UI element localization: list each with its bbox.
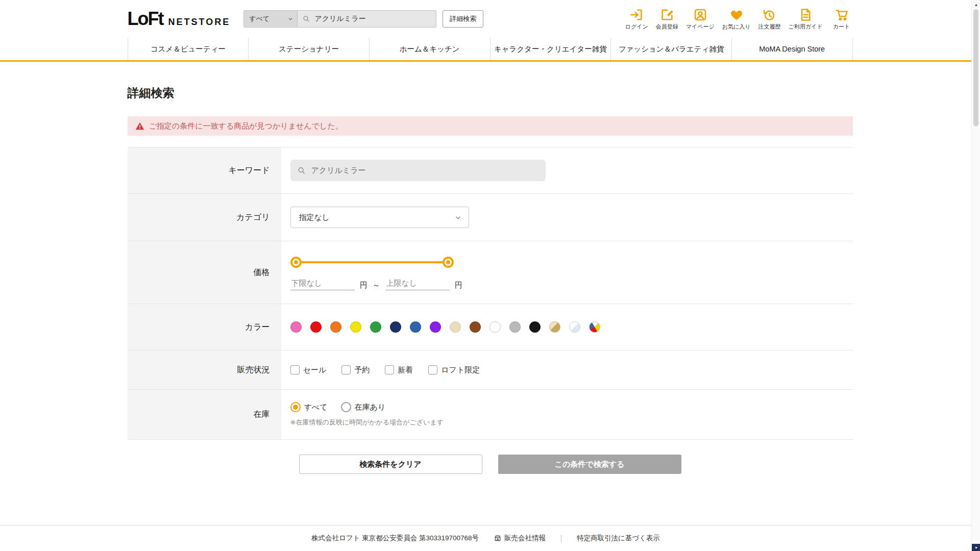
guide-button[interactable]: ご利用ガイド — [788, 8, 822, 31]
color-swatch-silver[interactable] — [569, 321, 580, 333]
nav-item-fashion[interactable]: ファッション＆バラエティ雑貨 — [611, 38, 732, 60]
search-category-select[interactable]: すべて — [243, 10, 298, 28]
keyword-input[interactable] — [310, 166, 538, 176]
price-label: 価格 — [128, 241, 281, 304]
category-select-value: 指定なし — [299, 213, 330, 222]
nav-item-stationery[interactable]: ステーショナリー — [249, 38, 370, 60]
footer: 株式会社ロフト 東京都公安委員会 第303319700768号 販売会社情報 特… — [0, 525, 971, 551]
scrollbar-down-arrow[interactable]: ▼ — [972, 544, 980, 551]
form-actions: 検索条件をクリア この条件で検索する — [128, 455, 853, 474]
scrollbar-up-arrow[interactable]: ▲ — [972, 1, 980, 9]
category-label: カテゴリ — [128, 194, 281, 241]
keyword-label: キーワード — [128, 147, 281, 193]
price-max-handle[interactable] — [443, 257, 454, 268]
color-swatch-black[interactable] — [529, 321, 541, 333]
loft-logo[interactable]: LoFt NETSTORE — [128, 8, 231, 30]
commerce-law-link[interactable]: 特定商取引法に基づく表示 — [577, 534, 660, 543]
order-history-button[interactable]: 注文履歴 — [758, 8, 780, 31]
alert-text: ご指定の条件に一致する商品が見つかりませんでした。 — [149, 121, 343, 131]
color-swatch-navy[interactable] — [390, 321, 401, 333]
nav-item-home-kitchen[interactable]: ホーム＆キッチン — [370, 38, 491, 60]
price-max-input[interactable] — [385, 277, 450, 290]
nav-item-moma[interactable]: MoMA Design Store — [732, 38, 853, 60]
keyword-row: キーワード — [128, 147, 853, 194]
no-results-alert: ご指定の条件に一致する商品が見つかりませんでした。 — [128, 116, 853, 136]
search-with-conditions-button[interactable]: この条件で検索する — [498, 455, 681, 474]
sales-status-label: 販売状況 — [128, 350, 281, 389]
logo-text: LoFt — [128, 8, 163, 30]
page: LoFt NETSTORE すべて 詳細検索 ログイン — [0, 0, 980, 551]
category-select[interactable]: 指定なし — [290, 207, 469, 228]
checkbox-icon — [428, 365, 437, 374]
warning-icon — [135, 121, 144, 131]
store-icon — [494, 535, 501, 542]
seller-info-link[interactable]: 販売会社情報 — [494, 534, 546, 543]
stock-options: すべて 在庫あり — [290, 402, 853, 412]
radio-all-label: すべて — [304, 403, 328, 412]
header-menu: ログイン 会員登録 マイページ お気に入り 注文履歴 — [625, 8, 853, 31]
checkbox-loft-limited[interactable]: ロフト限定 — [428, 365, 480, 375]
color-swatch-pink[interactable] — [290, 321, 302, 333]
stock-note: ※在庫情報の反映に時間がかかる場合がございます — [290, 418, 853, 427]
clear-conditions-button[interactable]: 検索条件をクリア — [299, 455, 482, 474]
color-swatches — [290, 321, 853, 333]
order-history-label: 注文履歴 — [758, 23, 780, 31]
register-icon — [660, 8, 674, 22]
guide-label: ご利用ガイド — [788, 23, 822, 31]
color-swatch-gray[interactable] — [509, 321, 521, 333]
color-label: カラー — [128, 304, 281, 350]
search-icon — [303, 15, 310, 23]
radio-all[interactable]: すべて — [290, 402, 328, 412]
login-button[interactable]: ログイン — [625, 8, 648, 31]
chevron-down-icon — [288, 16, 293, 21]
checkbox-icon — [341, 365, 351, 374]
header-search: すべて 詳細検索 — [243, 10, 483, 28]
cart-button[interactable]: カート — [830, 8, 853, 31]
checkbox-reserve[interactable]: 予約 — [341, 365, 370, 375]
mypage-icon — [693, 8, 707, 22]
color-swatch-purple[interactable] — [430, 321, 441, 333]
commerce-law-label: 特定商取引法に基づく表示 — [577, 534, 660, 543]
scrollbar-thumb[interactable] — [973, 9, 978, 127]
color-swatch-beige[interactable] — [450, 321, 461, 333]
footer-divider — [561, 535, 561, 542]
nav-item-character[interactable]: キャラクター・クリエイター雑貨 — [491, 38, 611, 60]
favorites-button[interactable]: お気に入り — [722, 8, 751, 31]
color-swatch-green[interactable] — [370, 321, 381, 333]
checkbox-sale[interactable]: セール — [290, 365, 327, 375]
search-form: キーワード カテゴリ 指定なし 価格 — [128, 147, 853, 440]
nav-item-cosme[interactable]: コスメ＆ビューティー — [128, 38, 249, 60]
mypage-button[interactable]: マイページ — [686, 8, 715, 31]
sales-status-row: 販売状況 セール 予約 新着 — [128, 350, 853, 390]
checkbox-loft-limited-label: ロフト限定 — [441, 365, 480, 375]
price-inputs: 円 ～ 円 — [290, 277, 853, 290]
price-min-input[interactable] — [290, 277, 355, 290]
checkbox-sale-label: セール — [303, 365, 327, 375]
price-min-handle[interactable] — [290, 257, 302, 268]
guide-icon — [798, 8, 813, 22]
color-swatch-gold[interactable] — [549, 321, 560, 333]
price-tilde: ～ — [373, 281, 380, 290]
color-swatch-orange[interactable] — [330, 321, 341, 333]
color-swatch-yellow[interactable] — [350, 321, 361, 333]
search-input[interactable] — [314, 14, 431, 23]
color-row: カラー — [128, 304, 853, 350]
color-swatch-blue[interactable] — [410, 321, 421, 333]
category-row: カテゴリ 指定なし — [128, 194, 853, 241]
login-icon — [629, 8, 644, 22]
detail-search-button[interactable]: 詳細検索 — [443, 10, 483, 28]
color-swatch-brown[interactable] — [470, 321, 481, 333]
price-unit: 円 — [455, 281, 462, 290]
company-info: 株式会社ロフト 東京都公安委員会 第303319700768号 — [311, 534, 479, 543]
register-button[interactable]: 会員登録 — [656, 8, 678, 31]
color-swatch-red[interactable] — [310, 321, 322, 333]
page-title: 詳細検索 — [128, 85, 853, 101]
history-icon — [762, 8, 776, 22]
color-swatch-multi[interactable] — [589, 321, 600, 333]
color-swatch-white[interactable] — [489, 321, 501, 333]
price-unit: 円 — [360, 281, 368, 290]
sales-status-options: セール 予約 新着 ロフト限定 — [290, 365, 853, 375]
seller-info-label: 販売会社情報 — [504, 534, 546, 543]
checkbox-new[interactable]: 新着 — [385, 365, 413, 375]
radio-in-stock[interactable]: 在庫あり — [341, 402, 386, 412]
